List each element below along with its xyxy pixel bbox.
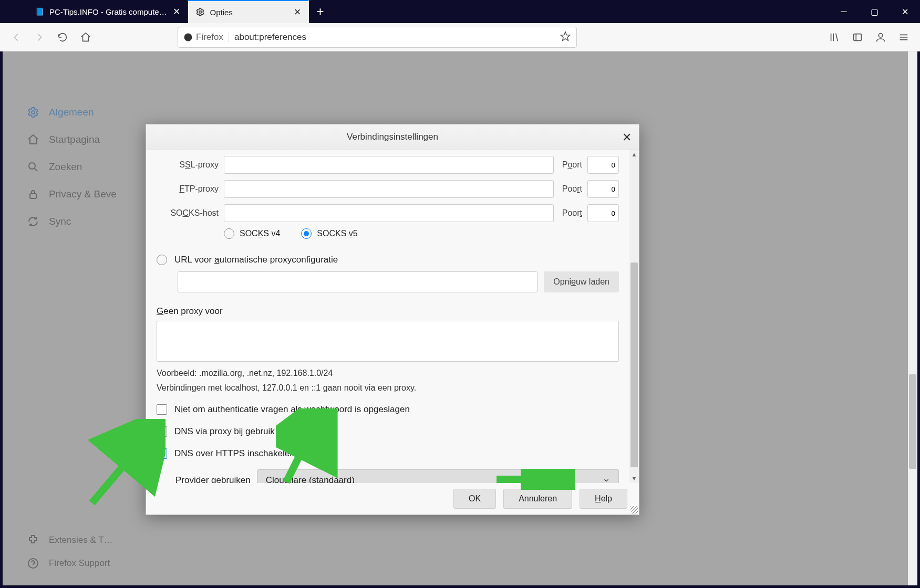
library-icon[interactable] xyxy=(824,27,844,47)
identity-box[interactable]: Firefox xyxy=(183,32,229,43)
window-controls: ─ ▢ ✕ xyxy=(829,0,920,23)
scroll-up-icon[interactable]: ▲ xyxy=(629,150,639,159)
ssl-port-input[interactable] xyxy=(587,156,619,174)
provider-label: Provider gebruiken xyxy=(175,475,251,483)
help-button[interactable]: Help xyxy=(580,489,627,509)
back-button[interactable] xyxy=(6,27,26,47)
page-scroll-thumb[interactable] xyxy=(909,374,916,469)
account-icon[interactable] xyxy=(871,27,891,47)
dialog-scrollbar[interactable]: ▲ ▼ xyxy=(629,150,639,483)
ftp-proxy-row: FTP-proxy Poort xyxy=(157,180,619,198)
url-bar[interactable]: Firefox xyxy=(178,27,577,48)
localhost-note: Verbindingen met localhost, 127.0.0.1 en… xyxy=(157,383,619,393)
tab-opties[interactable]: Opties × xyxy=(188,0,309,23)
no-proxy-example: Voorbeeld: .mozilla.org, .net.nz, 192.16… xyxy=(157,369,619,378)
gear-icon xyxy=(195,7,205,17)
reload-button[interactable] xyxy=(53,27,73,47)
scroll-thumb[interactable] xyxy=(630,262,638,467)
sidebar-icon[interactable] xyxy=(847,27,867,47)
home-button[interactable] xyxy=(76,27,96,47)
minimize-button[interactable]: ─ xyxy=(829,0,859,23)
provider-value: Cloudflare (standaard) xyxy=(266,475,355,483)
chevron-down-icon xyxy=(603,477,610,483)
dialog-footer: OK Annuleren Help xyxy=(146,483,639,514)
scroll-down-icon[interactable]: ▼ xyxy=(629,474,639,483)
dialog-body: SSL-proxy Poort FTP-proxy Poort SOCKS-ho… xyxy=(146,150,639,483)
svg-point-1 xyxy=(184,33,192,41)
provider-select[interactable]: Cloudflare (standaard) xyxy=(257,469,619,483)
ftp-port-label: Poort xyxy=(562,184,582,194)
ssl-proxy-label: SSL-proxy xyxy=(157,160,219,170)
provider-row: Provider gebruiken Cloudflare (standaard… xyxy=(157,469,619,483)
checkbox-dns-https[interactable]: DNS over HTTPS inschakelen xyxy=(157,448,619,459)
checkbox-auth[interactable]: Niet om authenticatie vragen als wachtwo… xyxy=(157,404,619,415)
socks-version-row: SOCKS v4 SOCKS v5 xyxy=(157,228,619,239)
ftp-proxy-label: FTP-proxy xyxy=(157,184,219,194)
page-viewport: Algemeen Startpagina Zoeken Privacy & Be… xyxy=(3,51,917,585)
svg-rect-2 xyxy=(854,34,862,40)
svg-point-0 xyxy=(199,11,201,14)
dialog-close-icon[interactable]: ✕ xyxy=(622,131,632,144)
socks-port-label: Poort xyxy=(562,208,582,218)
new-tab-button[interactable]: + xyxy=(309,0,332,23)
reload-button[interactable]: Opnieuw laden xyxy=(544,271,619,292)
auto-url-input[interactable] xyxy=(178,271,537,292)
tab-label: Opties xyxy=(210,8,288,17)
radio-auto-url[interactable]: URL voor automatische proxyconfiguratie xyxy=(157,255,619,265)
dialog-content: SSL-proxy Poort FTP-proxy Poort SOCKS-ho… xyxy=(146,150,629,483)
maximize-button[interactable]: ▢ xyxy=(859,0,890,23)
menu-icon[interactable] xyxy=(894,27,914,47)
svg-point-3 xyxy=(878,33,882,37)
page-scrollbar[interactable] xyxy=(908,51,917,585)
tab-strip: 📘 PC-Tips.INFO - Gratis compute… × Optie… xyxy=(0,0,829,23)
tab-close-icon[interactable]: × xyxy=(294,6,301,18)
ssl-proxy-row: SSL-proxy Poort xyxy=(157,156,619,174)
tab-close-icon[interactable]: × xyxy=(173,6,180,17)
resize-grip-icon[interactable] xyxy=(630,506,638,513)
ok-button[interactable]: OK xyxy=(453,489,496,509)
no-proxy-textarea[interactable] xyxy=(157,321,619,362)
identity-label: Firefox xyxy=(196,32,223,43)
auto-url-row: Opnieuw laden xyxy=(157,271,619,292)
ssl-port-label: Poort xyxy=(562,160,582,170)
close-window-button[interactable]: ✕ xyxy=(890,0,920,23)
ssl-proxy-input[interactable] xyxy=(224,156,554,174)
tab-label: PC-Tips.INFO - Gratis compute… xyxy=(49,7,167,16)
forward-button[interactable] xyxy=(29,27,49,47)
titlebar: 📘 PC-Tips.INFO - Gratis compute… × Optie… xyxy=(0,0,920,23)
socks-host-row: SOCKS-host Poort xyxy=(157,204,619,222)
no-proxy-label: Geen proxy voor xyxy=(157,306,619,317)
checkbox-dns-socks[interactable]: DNS via proxy bij gebruik van SOCKS v5 xyxy=(157,426,619,437)
tab-pctips[interactable]: 📘 PC-Tips.INFO - Gratis compute… × xyxy=(27,0,188,23)
radio-socks-v4[interactable]: SOCKS v4 xyxy=(224,228,280,239)
socks-host-label: SOCKS-host xyxy=(157,208,219,218)
tab-favicon: 📘 xyxy=(35,7,44,16)
bookmark-star-icon[interactable] xyxy=(560,30,571,44)
dialog-header: Verbindingsinstellingen ✕ xyxy=(146,124,639,150)
radio-socks-v5[interactable]: SOCKS v5 xyxy=(301,228,357,239)
url-input[interactable] xyxy=(234,32,560,43)
ftp-proxy-input[interactable] xyxy=(224,180,554,198)
dialog-title: Verbindingsinstellingen xyxy=(347,132,438,142)
cancel-button[interactable]: Annuleren xyxy=(503,489,572,509)
connection-settings-dialog: Verbindingsinstellingen ✕ SSL-proxy Poor… xyxy=(146,124,639,515)
nav-toolbar: Firefox xyxy=(0,23,920,51)
socks-port-input[interactable] xyxy=(587,204,619,222)
preferences-page: Algemeen Startpagina Zoeken Privacy & Be… xyxy=(3,51,917,585)
socks-host-input[interactable] xyxy=(224,204,554,222)
ftp-port-input[interactable] xyxy=(587,180,619,198)
